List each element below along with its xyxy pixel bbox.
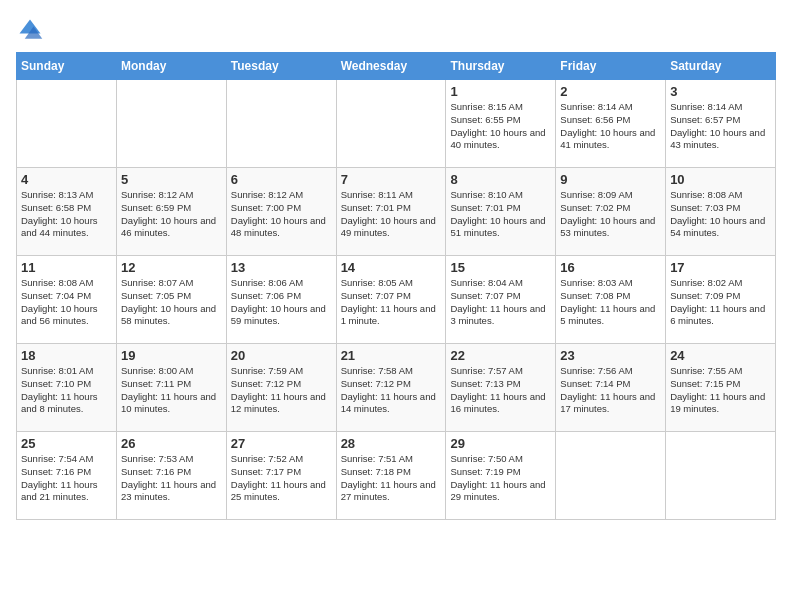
day-info: Sunrise: 7:51 AM Sunset: 7:18 PM Dayligh… [341,453,442,504]
day-info: Sunrise: 8:02 AM Sunset: 7:09 PM Dayligh… [670,277,771,328]
day-info: Sunrise: 7:55 AM Sunset: 7:15 PM Dayligh… [670,365,771,416]
day-info: Sunrise: 8:03 AM Sunset: 7:08 PM Dayligh… [560,277,661,328]
calendar-cell: 20Sunrise: 7:59 AM Sunset: 7:12 PM Dayli… [226,344,336,432]
day-info: Sunrise: 8:10 AM Sunset: 7:01 PM Dayligh… [450,189,551,240]
day-info: Sunrise: 8:14 AM Sunset: 6:57 PM Dayligh… [670,101,771,152]
calendar-cell [666,432,776,520]
calendar-cell: 16Sunrise: 8:03 AM Sunset: 7:08 PM Dayli… [556,256,666,344]
day-info: Sunrise: 8:06 AM Sunset: 7:06 PM Dayligh… [231,277,332,328]
calendar-cell: 18Sunrise: 8:01 AM Sunset: 7:10 PM Dayli… [17,344,117,432]
calendar-cell: 29Sunrise: 7:50 AM Sunset: 7:19 PM Dayli… [446,432,556,520]
calendar-cell: 11Sunrise: 8:08 AM Sunset: 7:04 PM Dayli… [17,256,117,344]
day-info: Sunrise: 7:50 AM Sunset: 7:19 PM Dayligh… [450,453,551,504]
week-row-2: 4Sunrise: 8:13 AM Sunset: 6:58 PM Daylig… [17,168,776,256]
day-info: Sunrise: 7:59 AM Sunset: 7:12 PM Dayligh… [231,365,332,416]
day-number: 17 [670,260,771,275]
day-info: Sunrise: 7:52 AM Sunset: 7:17 PM Dayligh… [231,453,332,504]
day-info: Sunrise: 7:57 AM Sunset: 7:13 PM Dayligh… [450,365,551,416]
calendar-cell: 8Sunrise: 8:10 AM Sunset: 7:01 PM Daylig… [446,168,556,256]
week-row-5: 25Sunrise: 7:54 AM Sunset: 7:16 PM Dayli… [17,432,776,520]
calendar-cell: 1Sunrise: 8:15 AM Sunset: 6:55 PM Daylig… [446,80,556,168]
day-header-sunday: Sunday [17,53,117,80]
day-number: 19 [121,348,222,363]
calendar-cell [336,80,446,168]
calendar-cell: 3Sunrise: 8:14 AM Sunset: 6:57 PM Daylig… [666,80,776,168]
day-info: Sunrise: 8:15 AM Sunset: 6:55 PM Dayligh… [450,101,551,152]
day-number: 20 [231,348,332,363]
calendar-table: SundayMondayTuesdayWednesdayThursdayFrid… [16,52,776,520]
day-info: Sunrise: 7:58 AM Sunset: 7:12 PM Dayligh… [341,365,442,416]
day-number: 6 [231,172,332,187]
day-info: Sunrise: 7:54 AM Sunset: 7:16 PM Dayligh… [21,453,112,504]
calendar-cell: 4Sunrise: 8:13 AM Sunset: 6:58 PM Daylig… [17,168,117,256]
calendar-cell: 23Sunrise: 7:56 AM Sunset: 7:14 PM Dayli… [556,344,666,432]
day-info: Sunrise: 8:12 AM Sunset: 7:00 PM Dayligh… [231,189,332,240]
day-number: 21 [341,348,442,363]
day-number: 12 [121,260,222,275]
calendar-cell: 21Sunrise: 7:58 AM Sunset: 7:12 PM Dayli… [336,344,446,432]
calendar-cell: 19Sunrise: 8:00 AM Sunset: 7:11 PM Dayli… [116,344,226,432]
day-info: Sunrise: 8:04 AM Sunset: 7:07 PM Dayligh… [450,277,551,328]
day-info: Sunrise: 8:00 AM Sunset: 7:11 PM Dayligh… [121,365,222,416]
calendar-cell: 14Sunrise: 8:05 AM Sunset: 7:07 PM Dayli… [336,256,446,344]
calendar-cell: 27Sunrise: 7:52 AM Sunset: 7:17 PM Dayli… [226,432,336,520]
day-info: Sunrise: 8:12 AM Sunset: 6:59 PM Dayligh… [121,189,222,240]
day-number: 15 [450,260,551,275]
day-number: 25 [21,436,112,451]
calendar-cell: 22Sunrise: 7:57 AM Sunset: 7:13 PM Dayli… [446,344,556,432]
header-row: SundayMondayTuesdayWednesdayThursdayFrid… [17,53,776,80]
day-number: 14 [341,260,442,275]
day-info: Sunrise: 8:14 AM Sunset: 6:56 PM Dayligh… [560,101,661,152]
logo-icon [16,16,44,44]
day-header-thursday: Thursday [446,53,556,80]
day-number: 29 [450,436,551,451]
day-header-friday: Friday [556,53,666,80]
day-number: 16 [560,260,661,275]
calendar-cell: 15Sunrise: 8:04 AM Sunset: 7:07 PM Dayli… [446,256,556,344]
day-header-tuesday: Tuesday [226,53,336,80]
day-info: Sunrise: 8:09 AM Sunset: 7:02 PM Dayligh… [560,189,661,240]
calendar-cell [116,80,226,168]
week-row-3: 11Sunrise: 8:08 AM Sunset: 7:04 PM Dayli… [17,256,776,344]
day-number: 1 [450,84,551,99]
day-number: 5 [121,172,222,187]
day-info: Sunrise: 8:01 AM Sunset: 7:10 PM Dayligh… [21,365,112,416]
calendar-cell: 25Sunrise: 7:54 AM Sunset: 7:16 PM Dayli… [17,432,117,520]
calendar-cell: 26Sunrise: 7:53 AM Sunset: 7:16 PM Dayli… [116,432,226,520]
day-number: 9 [560,172,661,187]
calendar-cell [226,80,336,168]
day-number: 11 [21,260,112,275]
day-info: Sunrise: 7:56 AM Sunset: 7:14 PM Dayligh… [560,365,661,416]
logo [16,16,48,44]
day-number: 10 [670,172,771,187]
calendar-cell: 13Sunrise: 8:06 AM Sunset: 7:06 PM Dayli… [226,256,336,344]
calendar-cell [17,80,117,168]
header [16,16,776,44]
day-info: Sunrise: 8:08 AM Sunset: 7:03 PM Dayligh… [670,189,771,240]
calendar-cell: 9Sunrise: 8:09 AM Sunset: 7:02 PM Daylig… [556,168,666,256]
day-number: 23 [560,348,661,363]
calendar-cell: 2Sunrise: 8:14 AM Sunset: 6:56 PM Daylig… [556,80,666,168]
calendar-cell [556,432,666,520]
day-info: Sunrise: 8:08 AM Sunset: 7:04 PM Dayligh… [21,277,112,328]
day-header-monday: Monday [116,53,226,80]
week-row-4: 18Sunrise: 8:01 AM Sunset: 7:10 PM Dayli… [17,344,776,432]
day-number: 27 [231,436,332,451]
calendar-cell: 28Sunrise: 7:51 AM Sunset: 7:18 PM Dayli… [336,432,446,520]
day-info: Sunrise: 8:07 AM Sunset: 7:05 PM Dayligh… [121,277,222,328]
calendar-cell: 10Sunrise: 8:08 AM Sunset: 7:03 PM Dayli… [666,168,776,256]
day-number: 4 [21,172,112,187]
day-number: 28 [341,436,442,451]
day-info: Sunrise: 8:05 AM Sunset: 7:07 PM Dayligh… [341,277,442,328]
day-number: 13 [231,260,332,275]
day-number: 8 [450,172,551,187]
calendar-cell: 7Sunrise: 8:11 AM Sunset: 7:01 PM Daylig… [336,168,446,256]
day-header-saturday: Saturday [666,53,776,80]
day-number: 26 [121,436,222,451]
day-info: Sunrise: 7:53 AM Sunset: 7:16 PM Dayligh… [121,453,222,504]
day-number: 18 [21,348,112,363]
day-number: 24 [670,348,771,363]
day-number: 7 [341,172,442,187]
day-number: 2 [560,84,661,99]
calendar-cell: 5Sunrise: 8:12 AM Sunset: 6:59 PM Daylig… [116,168,226,256]
